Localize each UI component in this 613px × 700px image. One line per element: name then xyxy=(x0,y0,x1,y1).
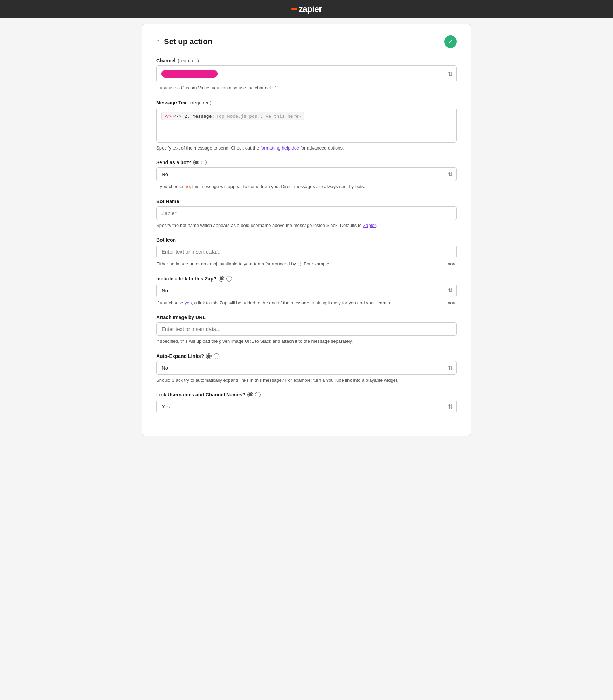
channel-select-container[interactable]: ⇅ xyxy=(156,65,457,82)
channel-pill xyxy=(161,70,218,78)
include-link-select-wrapper: No Yes ⇅ xyxy=(156,284,457,297)
message-text-hint: Specify text of the message to send. Che… xyxy=(156,145,457,152)
channel-label: Channel (required) xyxy=(156,58,457,63)
message-tag: </> </> 2. Message: Top Node.js pos...ve… xyxy=(161,112,304,120)
bot-name-hint: Specify the bot name which appears as a … xyxy=(156,222,457,229)
send-as-bot-radio-empty[interactable] xyxy=(201,160,207,165)
bot-icon-field-group: Bot Icon Either an image url or an emoji… xyxy=(156,237,457,268)
bot-icon-hint: Either an image url or an emoji availabl… xyxy=(156,261,334,268)
bot-name-hint-prefix: Specify the bot name which appears as a … xyxy=(156,223,363,228)
formatting-help-link[interactable]: formatting help doc xyxy=(260,145,299,151)
zapier-dash-icon xyxy=(291,8,297,10)
send-as-bot-field-group: Send as a bot? No Yes ⇅ If you choose no… xyxy=(156,160,457,190)
include-link-select[interactable]: No Yes xyxy=(156,284,457,297)
auto-expand-links-select[interactable]: No Yes xyxy=(156,361,457,375)
zapier-logo: zapier xyxy=(291,4,322,14)
bot-name-hint-link[interactable]: Zapier xyxy=(363,223,376,228)
send-as-bot-hint-highlight: no xyxy=(185,184,190,189)
channel-field-group: Channel (required) ⇅ If you use a Custom… xyxy=(156,58,457,91)
message-tag-placeholder: Top Node.js pos...ve this here> xyxy=(216,113,301,119)
attach-image-label-text: Attach Image by URL xyxy=(156,314,206,320)
send-as-bot-hint: If you choose no, this message will appe… xyxy=(156,183,457,190)
include-link-radio-filled[interactable] xyxy=(219,276,224,282)
send-as-bot-hint-prefix: If you choose xyxy=(156,184,185,189)
include-link-label-text: Include a link to this Zap? xyxy=(156,276,216,282)
include-link-hint-highlight: yes xyxy=(185,300,192,305)
bot-name-input[interactable] xyxy=(156,206,457,220)
message-hint-prefix: Specify text of the message to send. Che… xyxy=(156,145,260,151)
bot-icon-more-link[interactable]: more xyxy=(446,261,457,268)
link-usernames-select[interactable]: Yes No xyxy=(156,400,457,413)
success-badge: ✓ xyxy=(444,35,457,48)
section-header: ⌃ Set up action ✓ xyxy=(156,35,457,48)
link-usernames-label-text: Link Usernames and Channel Names? xyxy=(156,392,245,397)
setup-action-card: ⌃ Set up action ✓ Channel (required) ⇅ I… xyxy=(142,24,471,436)
message-tag-label: </> 2. Message: xyxy=(173,113,214,119)
include-link-hint-suffix: , a link to this Zap will be added to th… xyxy=(192,300,395,305)
send-as-bot-select-wrapper: No Yes ⇅ xyxy=(156,167,457,181)
channel-select-box[interactable] xyxy=(156,65,457,82)
include-link-hint-row: If you choose yes, a link to this Zap wi… xyxy=(156,297,457,306)
message-text-required-text: (required) xyxy=(190,100,212,105)
send-as-bot-label-text: Send as a bot? xyxy=(156,160,191,165)
include-link-hint-prefix: If you choose xyxy=(156,300,185,305)
message-hint-suffix: for advanced options. xyxy=(299,145,344,151)
send-as-bot-label: Send as a bot? xyxy=(156,160,457,165)
attach-image-label: Attach Image by URL xyxy=(156,314,457,320)
channel-label-text: Channel xyxy=(156,58,175,63)
channel-hint: If you use a Custom Value, you can also … xyxy=(156,84,457,91)
send-as-bot-radio-group xyxy=(193,160,207,165)
bot-name-field-group: Bot Name Specify the bot name which appe… xyxy=(156,199,457,229)
auto-expand-links-field-group: Auto-Expand Links? No Yes ⇅ Should Slack… xyxy=(156,353,457,384)
auto-expand-links-label-text: Auto-Expand Links? xyxy=(156,353,204,359)
auto-expand-radio-empty[interactable] xyxy=(214,353,219,359)
auto-expand-links-hint: Should Slack try to automatically expand… xyxy=(156,377,457,384)
topbar: zapier xyxy=(0,0,613,18)
message-text-label: Message Text (required) xyxy=(156,100,457,105)
message-text-field-group: Message Text (required) </> </> 2. Messa… xyxy=(156,100,457,152)
include-link-more-link[interactable]: more xyxy=(446,299,457,306)
auto-expand-links-label: Auto-Expand Links? xyxy=(156,353,457,359)
link-usernames-radio-empty[interactable] xyxy=(255,392,261,397)
bot-icon-label-text: Bot Icon xyxy=(156,237,176,243)
bot-icon-hint-row: Either an image url or an emoji availabl… xyxy=(156,258,457,268)
bot-icon-input[interactable] xyxy=(156,245,457,258)
auto-expand-links-radio-group xyxy=(206,353,219,359)
link-usernames-field-group: Link Usernames and Channel Names? Yes No… xyxy=(156,392,457,413)
message-text-input[interactable]: </> </> 2. Message: Top Node.js pos...ve… xyxy=(156,108,457,143)
auto-expand-radio-filled[interactable] xyxy=(206,353,212,359)
link-usernames-radio-filled[interactable] xyxy=(247,392,253,397)
include-link-label: Include a link to this Zap? xyxy=(156,276,457,282)
bot-name-hint-suffix: . xyxy=(376,223,377,228)
collapse-icon[interactable]: ⌃ xyxy=(156,39,160,44)
send-as-bot-select[interactable]: No Yes xyxy=(156,167,457,181)
link-usernames-radio-group xyxy=(247,392,261,397)
attach-image-hint: If specified, this will upload the given… xyxy=(156,338,457,345)
include-link-radio-group xyxy=(219,276,232,282)
channel-required-text: (required) xyxy=(178,58,199,63)
zapier-logo-text: zapier xyxy=(299,4,322,14)
send-as-bot-hint-suffix: , this message will appear to come from … xyxy=(190,184,365,189)
code-tag-icon: </> xyxy=(165,114,172,118)
auto-expand-links-select-wrapper: No Yes ⇅ xyxy=(156,361,457,375)
bot-name-label-text: Bot Name xyxy=(156,199,179,204)
checkmark-icon: ✓ xyxy=(448,38,453,46)
section-title-group: ⌃ Set up action xyxy=(156,37,212,46)
include-link-hint: If you choose yes, a link to this Zap wi… xyxy=(156,299,395,306)
attach-image-field-group: Attach Image by URL If specified, this w… xyxy=(156,314,457,345)
attach-image-input[interactable] xyxy=(156,322,457,336)
bot-name-label: Bot Name xyxy=(156,199,457,204)
send-as-bot-radio-filled[interactable] xyxy=(193,160,199,165)
section-title: Set up action xyxy=(164,37,212,46)
link-usernames-select-wrapper: Yes No ⇅ xyxy=(156,400,457,413)
include-link-field-group: Include a link to this Zap? No Yes ⇅ If … xyxy=(156,276,457,306)
message-text-label-text: Message Text xyxy=(156,100,188,105)
include-link-radio-empty[interactable] xyxy=(226,276,232,282)
link-usernames-label: Link Usernames and Channel Names? xyxy=(156,392,457,397)
bot-icon-label: Bot Icon xyxy=(156,237,457,243)
